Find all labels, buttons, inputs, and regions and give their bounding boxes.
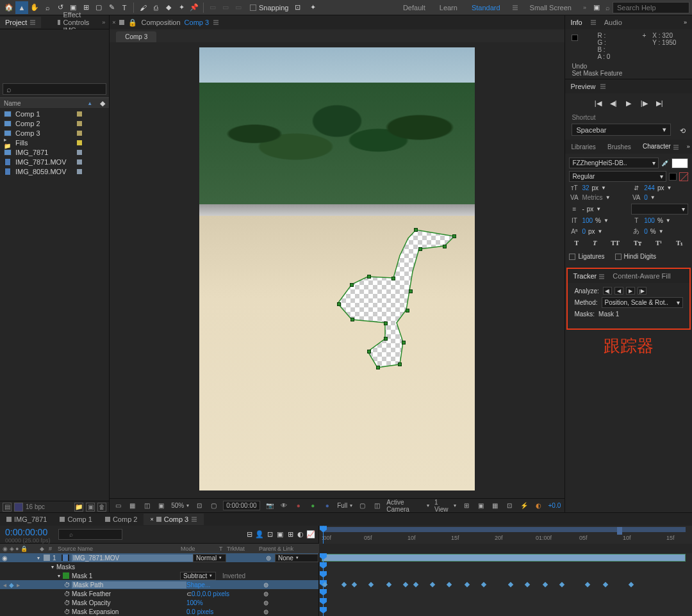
mask-vertex[interactable] — [367, 350, 371, 353]
home-icon[interactable]: 🏠 — [3, 1, 15, 14]
ligatures-checkbox[interactable] — [569, 254, 575, 260]
comp-sub-tab[interactable]: Comp 3 — [116, 31, 156, 42]
mask-opacity-row[interactable]: ⏱Mask Opacity100%⊚ — [0, 598, 692, 607]
inverted-label[interactable]: Inverted — [222, 572, 267, 580]
eraser-tool-icon[interactable]: ◆ — [162, 1, 175, 14]
keyframe[interactable] — [629, 582, 634, 587]
tl-toggle-icon[interactable]: ⊟ — [245, 531, 253, 539]
label-swatch[interactable] — [77, 131, 82, 136]
stopwatch-icon[interactable]: ⏱ — [64, 590, 72, 597]
workspace-small[interactable]: Small Screen — [527, 1, 574, 14]
camera-dropdown[interactable]: Active Camera — [386, 499, 429, 513]
keyframe[interactable] — [368, 582, 374, 587]
mask-row[interactable]: ▾ Mask 1 Subtract Inverted — [0, 571, 692, 580]
exposure-icon[interactable]: ◐ — [534, 501, 543, 510]
keyframe[interactable] — [413, 582, 418, 587]
sort-indicator-icon[interactable]: ▲ — [87, 101, 92, 106]
keyframe[interactable] — [465, 582, 470, 587]
mask-vertex[interactable] — [398, 362, 402, 366]
keyframe[interactable] — [559, 582, 564, 587]
label-swatch[interactable] — [77, 121, 82, 126]
resolution-dropdown[interactable]: Full — [337, 502, 352, 509]
roto-tool-icon[interactable]: ✦ — [175, 1, 188, 14]
kf-diamond-icon[interactable]: ◆ — [9, 581, 17, 588]
snap-option-icon-2[interactable]: ✦ — [307, 1, 320, 14]
toggle-icon-1[interactable]: ▢ — [358, 501, 367, 510]
moblur-icon[interactable]: ◐ — [297, 531, 304, 539]
project-item[interactable]: Comp 1 — [0, 109, 109, 118]
channel-b-icon[interactable]: ● — [323, 501, 333, 510]
keyframe[interactable] — [352, 582, 357, 587]
eyedropper-icon[interactable]: 💉 — [661, 159, 669, 166]
tsume-value[interactable]: 0 — [644, 228, 648, 235]
mask-vertex[interactable] — [337, 302, 341, 306]
mask-vertex[interactable] — [384, 321, 388, 325]
vf-icon-a[interactable]: ⊞ — [461, 501, 471, 510]
label-swatch[interactable] — [77, 150, 82, 155]
overflow-icon[interactable]: » — [583, 4, 586, 11]
trkmat-header[interactable]: TrkMat — [227, 546, 259, 552]
project-item[interactable]: IMG_8059.MOV — [0, 166, 109, 176]
mask-vertex[interactable] — [452, 234, 456, 238]
mask-vertex[interactable] — [384, 337, 388, 341]
new-folder-icon[interactable]: 📁 — [74, 503, 83, 512]
brush-tool-icon[interactable]: 🖌 — [136, 1, 149, 14]
keyframe[interactable] — [603, 582, 608, 587]
italic-icon[interactable]: T — [593, 239, 597, 247]
label-swatch[interactable] — [77, 159, 82, 165]
brushes-tab[interactable]: Brushes — [604, 143, 635, 150]
stopwatch-icon[interactable]: ⏱ — [64, 599, 72, 606]
no-color-icon[interactable] — [679, 172, 688, 181]
interpret-icon[interactable]: ▤ — [3, 503, 12, 512]
info-tab[interactable]: Info — [570, 19, 582, 26]
stopwatch-icon[interactable]: ⏱ — [64, 608, 72, 615]
content-aware-tab[interactable]: Content-Aware Fill — [613, 272, 670, 280]
first-frame-icon[interactable]: |◀ — [593, 99, 602, 108]
expression-icon[interactable]: ⊚ — [263, 599, 272, 606]
comp-tab-name[interactable]: Comp 3 — [185, 19, 210, 26]
font-size-value[interactable]: 32 — [582, 184, 589, 191]
stopwatch-icon[interactable]: ⏱ — [64, 581, 72, 588]
keyframe[interactable] — [543, 582, 548, 587]
font-style-dropdown[interactable]: Regular▾ — [569, 171, 666, 182]
panel-menu-icon[interactable] — [29, 19, 36, 26]
character-tab[interactable]: Character — [639, 143, 683, 150]
vf-icon-c[interactable]: ▦ — [490, 501, 500, 510]
panel-menu-icon[interactable] — [598, 273, 605, 280]
pickwhip-icon[interactable]: ⊚ — [266, 555, 275, 562]
trash-icon[interactable]: 🗑 — [97, 503, 106, 512]
keyframe[interactable] — [386, 582, 391, 587]
tl-icon-a[interactable]: ⊡ — [266, 531, 274, 539]
keyframe[interactable] — [481, 582, 486, 587]
prev-frame-icon[interactable]: ◀| — [609, 99, 618, 108]
tl-tab[interactable]: IMG_7871 — [0, 514, 53, 525]
clone-tool-icon[interactable]: ⎙ — [149, 1, 162, 14]
mask-vertex[interactable] — [418, 247, 422, 251]
layer-row[interactable]: ◉ ▾ 1 IMG_7871.MOV Normal ⊚ None — [0, 553, 692, 562]
mask-feather-row[interactable]: ⏱Mask Feather⊂0.0,0.0 pixels⊚ — [0, 589, 692, 598]
leading-value[interactable]: 244 — [644, 184, 655, 191]
mask-expansion-row[interactable]: ⏱Mask Expansion0.0 pixels⊚ — [0, 607, 692, 616]
parent-dropdown[interactable]: None — [275, 554, 318, 562]
keyframe[interactable] — [508, 582, 513, 587]
panel-menu-icon[interactable] — [673, 144, 679, 150]
zoom-dropdown[interactable]: 50% — [171, 502, 189, 509]
text-tool-icon[interactable]: T — [118, 1, 131, 14]
shortcut-dropdown[interactable]: Spacebar▾ — [572, 124, 671, 136]
exposure-value[interactable]: +0.0 — [548, 502, 561, 509]
selection-tool-icon[interactable]: ▲ — [15, 1, 28, 14]
view-dropdown[interactable]: 1 View — [434, 499, 456, 513]
mask-vertex[interactable] — [391, 277, 395, 280]
expression-icon[interactable]: ⊚ — [263, 581, 272, 588]
keyframe[interactable] — [403, 582, 408, 587]
mask-path-row[interactable]: ◂ ◆ ▸ ⏱ Mask Path Shape... ⊚ — [0, 580, 692, 589]
frame-blend-icon[interactable]: ⊞ — [286, 531, 294, 539]
label-column-icon[interactable]: ◆ — [100, 99, 105, 108]
channel-g-icon[interactable]: ● — [308, 501, 318, 510]
allcaps-icon[interactable]: TT — [611, 239, 620, 247]
extension-icon[interactable]: ▣ — [590, 1, 603, 14]
mask-vertex[interactable] — [350, 283, 354, 287]
project-tab[interactable]: Project — [0, 17, 41, 28]
mask-name[interactable]: Mask 1 — [72, 572, 180, 580]
preview-title[interactable]: Preview — [570, 83, 595, 90]
